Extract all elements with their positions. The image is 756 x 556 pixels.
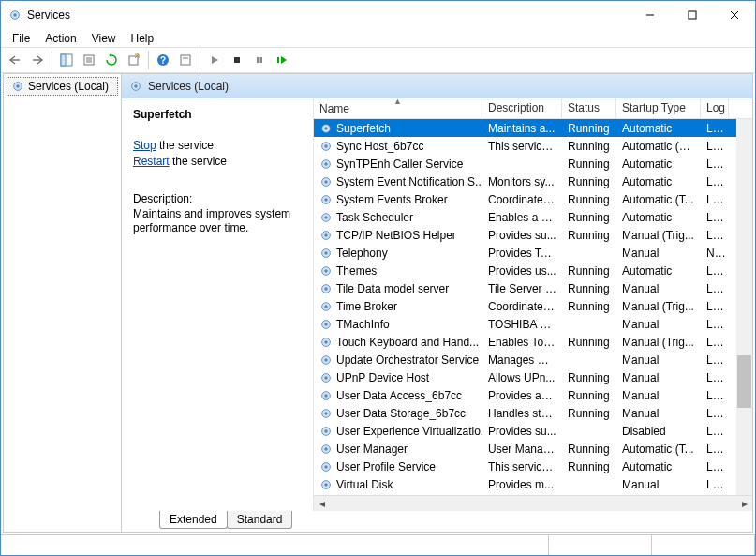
service-row[interactable]: Update Orchestrator ServiceManages W...M… [314, 351, 752, 368]
services-list[interactable]: Name▲ Description Status Startup Type Lo… [314, 98, 752, 511]
service-row[interactable]: TMachInfoTOSHIBA M...ManualLoc [314, 315, 752, 333]
export-list-button[interactable] [124, 50, 144, 70]
help-button[interactable]: ? [153, 50, 173, 70]
restart-suffix: the service [170, 155, 227, 168]
cell-name: User Profile Service [314, 460, 482, 473]
service-row[interactable]: Virtual DiskProvides m...ManualLoc [314, 475, 752, 493]
gear-icon [319, 282, 333, 295]
cell-startup: Automatic [616, 158, 701, 171]
pause-service-button[interactable] [249, 50, 270, 70]
cell-description: This service ... [482, 140, 562, 153]
cell-startup: Manual [616, 353, 701, 367]
service-row[interactable]: ThemesProvides us...RunningAutomaticLoc [314, 262, 752, 279]
column-status[interactable]: Status [562, 98, 616, 118]
cell-startup: Manual [616, 478, 701, 491]
svg-text:?: ? [160, 55, 166, 66]
service-row[interactable]: Sync Host_6b7ccThis service ...RunningAu… [314, 137, 752, 155]
properties-icon-button[interactable] [175, 50, 196, 70]
back-button[interactable] [5, 50, 25, 70]
forward-button[interactable] [27, 50, 48, 70]
statusbar-cell [549, 535, 652, 555]
gear-icon [319, 425, 333, 438]
vertical-scrollbar[interactable] [736, 119, 752, 495]
scroll-right-icon[interactable]: ▸ [736, 496, 752, 512]
titlebar[interactable]: Services [1, 1, 755, 29]
column-startup[interactable]: Startup Type [616, 98, 701, 118]
menu-help[interactable]: Help [124, 30, 162, 47]
cell-startup: Manual [616, 318, 701, 331]
service-row[interactable]: Touch Keyboard and Hand...Enables Tou...… [314, 333, 752, 351]
service-row[interactable]: System Events BrokerCoordinates...Runnin… [314, 190, 752, 208]
cell-logon: Loc [701, 193, 729, 206]
cell-description: Provides su... [482, 229, 562, 242]
gear-icon [319, 175, 333, 188]
menu-file[interactable]: File [5, 30, 37, 47]
refresh-button[interactable] [101, 50, 122, 70]
tab-extended[interactable]: Extended [159, 511, 228, 529]
service-row[interactable]: System Event Notification S...Monitors s… [314, 173, 752, 190]
cell-name: Touch Keyboard and Hand... [314, 336, 482, 349]
tree-node-services-local[interactable]: Services (Local) [7, 77, 118, 96]
svg-point-46 [324, 305, 328, 308]
service-row[interactable]: SuperfetchMaintains a...RunningAutomatic… [314, 119, 752, 137]
column-name[interactable]: Name▲ [314, 98, 482, 118]
service-row[interactable]: User Data Storage_6b7ccHandles sto...Run… [314, 404, 752, 422]
cell-description: Coordinates... [482, 193, 562, 206]
service-row[interactable]: UPnP Device HostAllows UPn...RunningManu… [314, 368, 752, 386]
tab-standard[interactable]: Standard [227, 511, 293, 529]
gear-icon [319, 318, 333, 331]
list-body[interactable]: SuperfetchMaintains a...RunningAutomatic… [314, 119, 752, 495]
service-row[interactable]: Task SchedulerEnables a us...RunningAuto… [314, 208, 752, 226]
cell-description: User Manag... [482, 443, 562, 456]
service-row[interactable]: TCP/IP NetBIOS HelperProvides su...Runni… [314, 226, 752, 244]
svg-rect-3 [689, 11, 696, 19]
cell-description: Manages W... [482, 353, 562, 367]
svg-point-48 [324, 323, 328, 326]
menu-view[interactable]: View [84, 30, 124, 47]
cell-status: Running [562, 158, 616, 171]
service-row[interactable]: User Experience Virtualizatio...Provides… [314, 422, 752, 440]
service-row[interactable]: TelephonyProvides Tel...ManualNet [314, 244, 752, 262]
cell-name: User Data Access_6b7cc [314, 389, 482, 402]
restart-service-button[interactable] [272, 50, 292, 70]
cell-status: Running [562, 211, 616, 224]
column-logon[interactable]: Log [701, 98, 729, 118]
services-icon [8, 8, 22, 22]
pane-header: Services (Local) [122, 74, 752, 98]
minimize-button[interactable] [629, 2, 671, 29]
svg-point-58 [324, 412, 328, 415]
list-header[interactable]: Name▲ Description Status Startup Type Lo… [314, 98, 752, 119]
cell-description: Enables Tou... [482, 336, 562, 349]
service-row[interactable]: SynTPEnh Caller ServiceRunningAutomaticL… [314, 155, 752, 173]
svg-point-36 [324, 216, 328, 219]
service-row[interactable]: User Profile ServiceThis service ...Runn… [314, 458, 752, 475]
stop-service-link[interactable]: Stop [133, 139, 156, 152]
service-row[interactable]: User Data Access_6b7ccProvides ap...Runn… [314, 386, 752, 404]
restart-service-link[interactable]: Restart [133, 155, 170, 168]
service-row[interactable]: Tile Data model serverTile Server f...Ru… [314, 279, 752, 297]
cell-logon: Net [701, 247, 729, 260]
close-button[interactable] [713, 2, 755, 29]
cell-description: Provides m... [482, 478, 562, 491]
gear-icon [319, 371, 333, 384]
cell-startup: Manual (Trig... [616, 229, 701, 242]
cell-name: Tile Data model server [314, 282, 482, 295]
properties-button[interactable] [79, 50, 99, 70]
menu-action[interactable]: Action [37, 30, 83, 47]
service-row[interactable]: User ManagerUser Manag...RunningAutomati… [314, 440, 752, 458]
cell-description: Enables a us... [482, 211, 562, 224]
column-description[interactable]: Description [482, 98, 562, 118]
cell-status: Running [562, 264, 616, 278]
scrollbar-thumb[interactable] [737, 355, 751, 408]
service-row[interactable]: Time BrokerCoordinates...RunningManual (… [314, 297, 752, 315]
horizontal-scrollbar[interactable]: ◂ ▸ [314, 495, 752, 511]
stop-service-button[interactable] [227, 50, 247, 70]
tree-pane[interactable]: Services (Local) [4, 74, 122, 532]
cell-startup: Automatic (T... [616, 193, 701, 206]
show-hide-tree-button[interactable] [56, 50, 77, 70]
maximize-button[interactable] [671, 2, 713, 29]
cell-logon: Loc [701, 443, 729, 456]
cell-startup: Manual (Trig... [616, 336, 701, 349]
scroll-left-icon[interactable]: ◂ [314, 496, 330, 512]
start-service-button[interactable] [204, 50, 225, 70]
